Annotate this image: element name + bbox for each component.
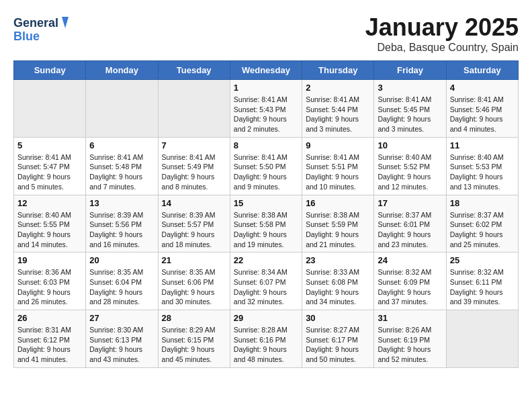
day-number: 1 bbox=[234, 83, 298, 93]
day-header-sunday: Sunday bbox=[14, 61, 86, 80]
day-number: 15 bbox=[234, 198, 298, 208]
calendar-cell: 9Sunrise: 8:41 AM Sunset: 5:51 PM Daylig… bbox=[302, 137, 374, 195]
day-info: Sunrise: 8:33 AM Sunset: 6:08 PM Dayligh… bbox=[306, 267, 370, 307]
day-info: Sunrise: 8:34 AM Sunset: 6:07 PM Dayligh… bbox=[234, 267, 298, 307]
day-info: Sunrise: 8:39 AM Sunset: 5:57 PM Dayligh… bbox=[162, 210, 226, 250]
calendar-cell: 23Sunrise: 8:33 AM Sunset: 6:08 PM Dayli… bbox=[302, 253, 374, 310]
week-row-1: 1Sunrise: 8:41 AM Sunset: 5:43 PM Daylig… bbox=[14, 80, 519, 138]
calendar-cell: 12Sunrise: 8:40 AM Sunset: 5:55 PM Dayli… bbox=[14, 195, 86, 253]
calendar-cell: 17Sunrise: 8:37 AM Sunset: 6:01 PM Dayli… bbox=[374, 195, 446, 253]
day-info: Sunrise: 8:41 AM Sunset: 5:51 PM Dayligh… bbox=[306, 152, 370, 192]
day-number: 29 bbox=[234, 313, 298, 323]
calendar-cell: 28Sunrise: 8:29 AM Sunset: 6:15 PM Dayli… bbox=[158, 310, 230, 368]
calendar-cell: 16Sunrise: 8:38 AM Sunset: 5:59 PM Dayli… bbox=[302, 195, 374, 253]
day-info: Sunrise: 8:40 AM Sunset: 5:55 PM Dayligh… bbox=[17, 210, 82, 250]
day-header-friday: Friday bbox=[374, 61, 446, 80]
day-number: 17 bbox=[378, 198, 442, 208]
day-info: Sunrise: 8:31 AM Sunset: 6:12 PM Dayligh… bbox=[17, 325, 82, 365]
days-header-row: SundayMondayTuesdayWednesdayThursdayFrid… bbox=[14, 61, 519, 80]
calendar-cell: 3Sunrise: 8:41 AM Sunset: 5:45 PM Daylig… bbox=[374, 80, 446, 138]
calendar-cell bbox=[446, 310, 518, 368]
day-info: Sunrise: 8:30 AM Sunset: 6:13 PM Dayligh… bbox=[89, 325, 154, 365]
calendar-cell: 7Sunrise: 8:41 AM Sunset: 5:49 PM Daylig… bbox=[158, 137, 230, 195]
calendar-cell: 29Sunrise: 8:28 AM Sunset: 6:16 PM Dayli… bbox=[230, 310, 302, 368]
day-info: Sunrise: 8:40 AM Sunset: 5:53 PM Dayligh… bbox=[450, 152, 515, 192]
day-number: 27 bbox=[89, 313, 154, 323]
day-info: Sunrise: 8:41 AM Sunset: 5:46 PM Dayligh… bbox=[450, 95, 515, 134]
day-number: 12 bbox=[17, 198, 82, 208]
week-row-4: 19Sunrise: 8:36 AM Sunset: 6:03 PM Dayli… bbox=[14, 253, 519, 310]
calendar-cell: 18Sunrise: 8:37 AM Sunset: 6:02 PM Dayli… bbox=[446, 195, 518, 253]
day-number: 24 bbox=[378, 255, 442, 265]
calendar-cell: 22Sunrise: 8:34 AM Sunset: 6:07 PM Dayli… bbox=[230, 253, 302, 310]
calendar-cell: 20Sunrise: 8:35 AM Sunset: 6:04 PM Dayli… bbox=[86, 253, 158, 310]
day-number: 20 bbox=[89, 255, 154, 265]
day-info: Sunrise: 8:39 AM Sunset: 5:56 PM Dayligh… bbox=[89, 210, 154, 250]
day-number: 2 bbox=[306, 83, 370, 93]
day-info: Sunrise: 8:40 AM Sunset: 5:52 PM Dayligh… bbox=[378, 152, 442, 192]
svg-marker-2 bbox=[62, 17, 69, 28]
day-number: 5 bbox=[17, 140, 82, 150]
calendar-cell: 15Sunrise: 8:38 AM Sunset: 5:58 PM Dayli… bbox=[230, 195, 302, 253]
calendar-cell: 8Sunrise: 8:41 AM Sunset: 5:50 PM Daylig… bbox=[230, 137, 302, 195]
day-info: Sunrise: 8:37 AM Sunset: 6:01 PM Dayligh… bbox=[378, 210, 442, 250]
day-number: 16 bbox=[306, 198, 370, 208]
day-info: Sunrise: 8:35 AM Sunset: 6:06 PM Dayligh… bbox=[162, 267, 226, 307]
calendar-cell: 6Sunrise: 8:41 AM Sunset: 5:48 PM Daylig… bbox=[86, 137, 158, 195]
day-info: Sunrise: 8:27 AM Sunset: 6:17 PM Dayligh… bbox=[306, 325, 370, 365]
svg-text:General: General bbox=[13, 16, 58, 30]
calendar-cell: 24Sunrise: 8:32 AM Sunset: 6:09 PM Dayli… bbox=[374, 253, 446, 310]
day-header-tuesday: Tuesday bbox=[158, 61, 230, 80]
day-info: Sunrise: 8:41 AM Sunset: 5:47 PM Dayligh… bbox=[17, 152, 82, 192]
day-header-wednesday: Wednesday bbox=[230, 61, 302, 80]
day-number: 31 bbox=[378, 313, 442, 323]
day-number: 14 bbox=[162, 198, 226, 208]
calendar-cell bbox=[14, 80, 86, 138]
logo: GeneralBlue bbox=[13, 13, 74, 43]
calendar-table: SundayMondayTuesdayWednesdayThursdayFrid… bbox=[13, 60, 519, 368]
calendar-title: January 2025 bbox=[365, 13, 519, 42]
day-number: 23 bbox=[306, 255, 370, 265]
calendar-cell: 5Sunrise: 8:41 AM Sunset: 5:47 PM Daylig… bbox=[14, 137, 86, 195]
day-header-thursday: Thursday bbox=[302, 61, 374, 80]
day-number: 7 bbox=[162, 140, 226, 150]
calendar-cell: 4Sunrise: 8:41 AM Sunset: 5:46 PM Daylig… bbox=[446, 80, 518, 138]
title-area: January 2025 Deba, Basque Country, Spain bbox=[365, 13, 519, 54]
calendar-cell bbox=[86, 80, 158, 138]
logo-svg: GeneralBlue bbox=[13, 13, 74, 43]
day-info: Sunrise: 8:26 AM Sunset: 6:19 PM Dayligh… bbox=[378, 325, 442, 365]
day-number: 18 bbox=[450, 198, 515, 208]
day-number: 19 bbox=[17, 255, 82, 265]
day-number: 30 bbox=[306, 313, 370, 323]
calendar-cell: 14Sunrise: 8:39 AM Sunset: 5:57 PM Dayli… bbox=[158, 195, 230, 253]
calendar-cell: 13Sunrise: 8:39 AM Sunset: 5:56 PM Dayli… bbox=[86, 195, 158, 253]
calendar-cell: 30Sunrise: 8:27 AM Sunset: 6:17 PM Dayli… bbox=[302, 310, 374, 368]
day-number: 21 bbox=[162, 255, 226, 265]
day-info: Sunrise: 8:32 AM Sunset: 6:11 PM Dayligh… bbox=[450, 267, 515, 307]
day-info: Sunrise: 8:29 AM Sunset: 6:15 PM Dayligh… bbox=[162, 325, 226, 365]
calendar-subtitle: Deba, Basque Country, Spain bbox=[365, 42, 519, 54]
calendar-cell: 11Sunrise: 8:40 AM Sunset: 5:53 PM Dayli… bbox=[446, 137, 518, 195]
day-info: Sunrise: 8:37 AM Sunset: 6:02 PM Dayligh… bbox=[450, 210, 515, 250]
calendar-cell: 19Sunrise: 8:36 AM Sunset: 6:03 PM Dayli… bbox=[14, 253, 86, 310]
calendar-cell: 10Sunrise: 8:40 AM Sunset: 5:52 PM Dayli… bbox=[374, 137, 446, 195]
day-info: Sunrise: 8:41 AM Sunset: 5:49 PM Dayligh… bbox=[162, 152, 226, 192]
week-row-3: 12Sunrise: 8:40 AM Sunset: 5:55 PM Dayli… bbox=[14, 195, 519, 253]
calendar-cell: 1Sunrise: 8:41 AM Sunset: 5:43 PM Daylig… bbox=[230, 80, 302, 138]
day-info: Sunrise: 8:35 AM Sunset: 6:04 PM Dayligh… bbox=[89, 267, 154, 307]
day-number: 3 bbox=[378, 83, 442, 93]
day-info: Sunrise: 8:36 AM Sunset: 6:03 PM Dayligh… bbox=[17, 267, 82, 307]
calendar-cell bbox=[158, 80, 230, 138]
day-number: 22 bbox=[234, 255, 298, 265]
day-number: 11 bbox=[450, 140, 515, 150]
day-info: Sunrise: 8:38 AM Sunset: 5:59 PM Dayligh… bbox=[306, 210, 370, 250]
day-info: Sunrise: 8:28 AM Sunset: 6:16 PM Dayligh… bbox=[234, 325, 298, 365]
day-number: 25 bbox=[450, 255, 515, 265]
day-number: 4 bbox=[450, 83, 515, 93]
week-row-5: 26Sunrise: 8:31 AM Sunset: 6:12 PM Dayli… bbox=[14, 310, 519, 368]
day-info: Sunrise: 8:41 AM Sunset: 5:45 PM Dayligh… bbox=[378, 95, 442, 134]
day-number: 8 bbox=[234, 140, 298, 150]
day-info: Sunrise: 8:38 AM Sunset: 5:58 PM Dayligh… bbox=[234, 210, 298, 250]
day-header-saturday: Saturday bbox=[446, 61, 518, 80]
day-number: 9 bbox=[306, 140, 370, 150]
